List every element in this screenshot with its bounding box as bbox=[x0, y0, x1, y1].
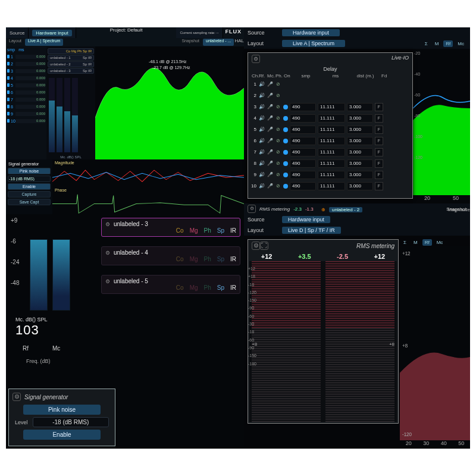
speaker-icon[interactable]: 🔊 bbox=[258, 149, 265, 155]
phase-icon[interactable]: ⊘ bbox=[275, 183, 281, 189]
phase-icon[interactable]: ⊘ bbox=[275, 126, 281, 133]
snapshot-tag[interactable]: unlabeled - 3Sp IR bbox=[48, 68, 94, 74]
ms-field[interactable] bbox=[318, 103, 345, 111]
gear-icon[interactable]: ⚙ bbox=[248, 205, 256, 213]
layout-select[interactable]: Live D | Sp / TF / IR bbox=[282, 227, 341, 234]
ms-field[interactable] bbox=[318, 171, 345, 179]
spectrum-chart-inset[interactable]: -20-40-60-80-100-120 2050 bbox=[413, 49, 470, 203]
channel-row[interactable]: 40.000 bbox=[6, 74, 46, 82]
phase-icon[interactable]: ⊘ bbox=[275, 81, 281, 87]
phase-icon[interactable]: ⊘ bbox=[275, 92, 281, 99]
ms-field[interactable] bbox=[318, 126, 345, 134]
channel-row[interactable]: 50.000 bbox=[6, 82, 46, 89]
ms-field[interactable] bbox=[318, 114, 345, 123]
channel-row[interactable]: 90.000 bbox=[6, 110, 46, 117]
phase-icon[interactable]: ⊘ bbox=[275, 149, 281, 155]
gear-icon[interactable]: ⚙ bbox=[105, 250, 110, 256]
mic-icon[interactable]: 🎤 bbox=[267, 149, 273, 155]
plus-icon[interactable]: ⊕ bbox=[321, 207, 325, 212]
gear-icon[interactable]: ⚙ bbox=[105, 221, 110, 227]
level-field-small[interactable] bbox=[8, 176, 51, 182]
channel-row[interactable]: 10.000 bbox=[6, 53, 46, 60]
gear-icon[interactable]: ⚙ bbox=[12, 393, 21, 401]
speaker-icon[interactable]: 🔊 bbox=[258, 183, 265, 189]
channel-row[interactable]: 70.000 bbox=[6, 96, 46, 103]
dist-field[interactable] bbox=[347, 126, 373, 134]
smp-field[interactable] bbox=[290, 126, 316, 134]
layout-select[interactable]: Live A | Spectrum bbox=[25, 39, 63, 46]
on-toggle[interactable] bbox=[283, 105, 288, 109]
layout-select[interactable]: Live A | Spectrum bbox=[282, 40, 345, 47]
smp-field[interactable] bbox=[290, 148, 316, 156]
dist-field[interactable] bbox=[347, 103, 373, 111]
fd-button[interactable]: F bbox=[375, 171, 383, 179]
level-field[interactable]: -18 (dB RMS) bbox=[33, 417, 109, 427]
source-select[interactable]: Hardware input bbox=[32, 30, 71, 36]
phase-icon[interactable]: ⊘ bbox=[275, 171, 281, 178]
snapshot-tag[interactable]: unlabeled - 2Sp IR bbox=[48, 61, 94, 67]
snapshot-chip[interactable]: unlabeled - 2 bbox=[329, 207, 362, 212]
track-item[interactable]: ⚙unlabeled - 5 CoMgPhSpIR bbox=[101, 275, 240, 294]
on-toggle[interactable] bbox=[283, 184, 288, 189]
fd-button[interactable]: F bbox=[375, 182, 383, 190]
magnitude-chart-inset[interactable]: +12 +8 -120 20304050 bbox=[400, 246, 470, 449]
on-toggle[interactable] bbox=[283, 127, 288, 132]
smp-field[interactable] bbox=[290, 114, 316, 123]
enable-button[interactable]: Enable bbox=[23, 430, 101, 440]
smp-field[interactable] bbox=[290, 171, 316, 179]
smp-field[interactable] bbox=[290, 182, 316, 190]
ms-field[interactable] bbox=[318, 148, 345, 156]
mic-icon[interactable]: 🎤 bbox=[267, 115, 273, 121]
gear-icon[interactable]: ⚙ bbox=[105, 278, 110, 284]
smp-field[interactable] bbox=[290, 159, 316, 168]
mic-icon[interactable]: 🎤 bbox=[267, 171, 273, 178]
on-toggle[interactable] bbox=[283, 150, 288, 155]
smp-field[interactable] bbox=[290, 103, 316, 111]
speaker-icon[interactable]: 🔊 bbox=[258, 81, 265, 87]
gear-icon[interactable]: ⚙ bbox=[252, 55, 260, 63]
fd-button[interactable]: F bbox=[375, 137, 383, 145]
fd-button[interactable]: F bbox=[375, 159, 383, 168]
snapshot-tag[interactable]: unlabeled - 1Sp IR bbox=[48, 55, 94, 61]
mic-icon[interactable]: 🎤 bbox=[267, 92, 273, 99]
phase-icon[interactable]: ⊘ bbox=[275, 160, 281, 167]
mic-icon[interactable]: 🎤 bbox=[267, 160, 273, 167]
phase-icon[interactable]: ⊘ bbox=[275, 115, 281, 121]
speaker-icon[interactable]: 🔊 bbox=[258, 92, 265, 99]
ms-field[interactable] bbox=[318, 137, 345, 145]
on-toggle[interactable] bbox=[283, 139, 288, 143]
speaker-icon[interactable]: 🔊 bbox=[258, 126, 265, 133]
fd-button[interactable]: F bbox=[375, 114, 383, 123]
on-toggle[interactable] bbox=[283, 161, 288, 166]
on-toggle[interactable] bbox=[283, 116, 288, 121]
smp-field[interactable] bbox=[290, 137, 316, 145]
snapshot-select[interactable]: unlabeled - ... bbox=[203, 39, 234, 46]
view-tabs[interactable]: ΣMRfMc bbox=[422, 40, 466, 47]
phase-icon[interactable]: ⊘ bbox=[275, 104, 281, 110]
fd-button[interactable]: F bbox=[375, 103, 383, 111]
fd-button[interactable]: F bbox=[375, 148, 383, 156]
save-capture-button[interactable]: Save Capt bbox=[8, 199, 51, 205]
channel-row[interactable]: 30.000 bbox=[6, 67, 46, 74]
pink-noise-button[interactable]: Pink noise bbox=[8, 168, 51, 174]
fd-button[interactable]: F bbox=[375, 126, 383, 134]
dist-field[interactable] bbox=[347, 114, 373, 123]
dist-field[interactable] bbox=[347, 148, 373, 156]
pink-noise-button[interactable]: Pink noise bbox=[23, 405, 101, 415]
mic-icon[interactable]: 🎤 bbox=[267, 137, 273, 144]
mic-icon[interactable]: 🎤 bbox=[267, 104, 273, 110]
mic-icon[interactable]: 🎤 bbox=[267, 183, 273, 189]
track-item[interactable]: ⚙unlabeled - 4 CoMgPhSpIR bbox=[101, 246, 240, 265]
phase-plot[interactable] bbox=[52, 193, 244, 214]
enable-button-small[interactable]: Enable bbox=[8, 183, 51, 190]
capture-button[interactable]: Capture bbox=[8, 191, 51, 198]
channel-row[interactable]: 80.000 bbox=[6, 103, 46, 110]
dist-field[interactable] bbox=[347, 171, 373, 179]
view-tabs[interactable]: ΣMRfMc bbox=[401, 239, 445, 246]
dist-field[interactable] bbox=[347, 159, 373, 168]
speaker-icon[interactable]: 🔊 bbox=[258, 160, 265, 167]
dist-field[interactable] bbox=[347, 137, 373, 145]
channel-row[interactable]: 60.000 bbox=[6, 89, 46, 96]
gear-icon[interactable]: ⚙ bbox=[252, 242, 260, 250]
dist-field[interactable] bbox=[347, 182, 373, 190]
